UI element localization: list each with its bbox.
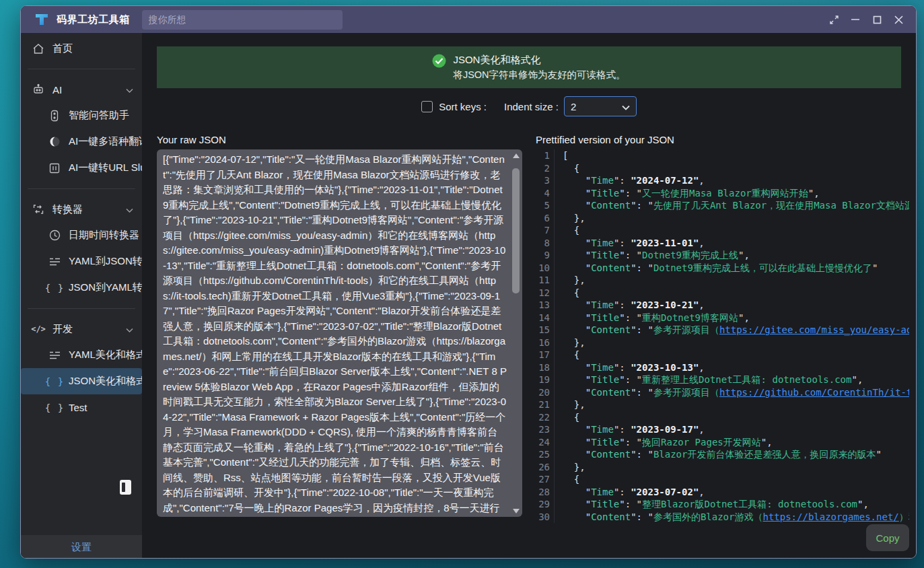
indent-size-select[interactable]: 2 <box>564 96 637 116</box>
code-line: 11 }, <box>536 274 909 287</box>
indent-size-label: Indent size : <box>504 101 559 112</box>
app-logo-icon <box>33 11 50 28</box>
pretty-json-label: Prettified version of your JSON <box>536 134 909 145</box>
code-icon: </> <box>32 324 45 334</box>
tool-subtitle: 将JSON字符串修饰为友好的可读格式。 <box>453 68 625 82</box>
success-check-icon <box>432 54 446 82</box>
search-input[interactable] <box>149 14 336 25</box>
code-line: 19 "Title": "重新整理上线Dotnet工具箱: dotnetools… <box>536 374 909 386</box>
braces-icon: { } <box>48 402 61 413</box>
raw-json-editor[interactable]: [{"Time":"2024-07-12","Title":"又一轮使用Masa… <box>157 149 522 517</box>
chevron-down-icon <box>126 204 133 215</box>
code-line: 17 { <box>536 349 909 361</box>
code-line: 20 "Content": "参考开源项目（https://github.com… <box>536 386 909 399</box>
sidebar-item-yaml-to-json[interactable]: YAML到JSON转换 <box>21 248 142 275</box>
code-line: 26 }, <box>536 461 909 474</box>
sidebar-group-converters[interactable]: 转换器 <box>21 197 142 222</box>
scrollbar[interactable] <box>511 151 521 516</box>
scroll-down-icon[interactable] <box>511 506 521 516</box>
options-row: Sort keys : Indent size : 2 <box>142 96 916 116</box>
code-line: 2 { <box>536 162 909 175</box>
moon-icon <box>48 136 61 147</box>
code-line: 9 "Title": "Dotnet9重构完成上线", <box>536 249 909 262</box>
scrollbar-thumb[interactable] <box>512 168 520 293</box>
copy-button[interactable]: Copy <box>866 524 909 551</box>
sidebar: 首页 AI 智能问答助手 <box>21 33 142 559</box>
sidebar-item-yaml-prettify[interactable]: YAML美化和格式化 <box>21 342 142 368</box>
code-line: 1[ <box>536 149 909 162</box>
main-content: JSON美化和格式化 将JSON字符串修饰为友好的可读格式。 Sort keys… <box>142 33 916 559</box>
code-line: 10 "Content": "Dotnet9重构完成上线，可以在此基础上慢慢优化… <box>536 262 909 275</box>
pretty-json-view[interactable]: 1[2 {3 "Time": "2024-07-12",4 "Title": "… <box>536 149 909 524</box>
list-icon <box>48 351 61 360</box>
sidebar-item-url-slug[interactable]: AI一键转URL Slug <box>21 155 142 181</box>
code-line: 12 { <box>536 287 909 299</box>
app-window: 码界工坊工具箱 首页 <box>20 5 917 559</box>
sidebar-item-json-to-yaml[interactable]: { } JSON到YAML转换 <box>21 275 142 301</box>
settings-link[interactable]: 设置 <box>71 541 92 554</box>
sidebar-collapse-icon[interactable] <box>120 480 131 495</box>
list-icon <box>48 257 61 267</box>
code-line: 25 "Content": "Blazor开发前台体验还是差强人意，换回原来的版… <box>536 448 909 461</box>
divider <box>28 308 135 309</box>
titlebar: 码界工坊工具箱 <box>21 6 916 33</box>
robot-icon <box>32 83 45 96</box>
chevron-down-icon <box>126 84 133 96</box>
sidebar-item-qa-assistant[interactable]: 智能问答助手 <box>21 102 142 129</box>
code-line: 28 "Time": "2023-07-02", <box>536 486 909 499</box>
code-line: 27 { <box>536 473 909 486</box>
code-line: 7 { <box>536 224 909 237</box>
sidebar-group-ai[interactable]: AI <box>21 77 142 102</box>
tool-title: JSON美化和格式化 <box>453 52 625 67</box>
code-line: 14 "Title": "重构Dotnet9博客网站", <box>536 312 909 324</box>
code-line: 13 "Time": "2023-10-21", <box>536 299 909 312</box>
code-line: 30 "Content": "参考国外的Blazor游戏（https://bla… <box>536 511 909 524</box>
expand-icon[interactable] <box>823 10 845 29</box>
code-line: 22 { <box>536 411 909 424</box>
scroll-up-icon[interactable] <box>511 151 521 160</box>
app-title: 码界工坊工具箱 <box>57 13 130 26</box>
chevron-down-icon <box>126 324 133 335</box>
code-line: 3 "Time": "2024-07-12", <box>536 174 909 187</box>
close-button[interactable] <box>888 10 909 29</box>
sidebar-item-json-prettify[interactable]: { } JSON美化和格式化 <box>21 368 142 394</box>
code-line: 23 "Time": "2023-09-17", <box>536 423 909 436</box>
assistant-icon <box>48 110 61 122</box>
sort-keys-checkbox[interactable] <box>421 101 433 112</box>
home-icon <box>32 43 45 55</box>
search-box[interactable] <box>142 10 343 30</box>
code-line: 15 "Content": "参考开源项目（https://gitee.com/… <box>536 324 909 336</box>
code-line: 6 }, <box>536 212 909 225</box>
code-line: 29 "Title": "整理Blazor版Dotnet工具箱: dotneto… <box>536 498 909 511</box>
code-line: 4 "Title": "又一轮使用Masa Blazor重构网站开始", <box>536 187 909 200</box>
maximize-button[interactable] <box>866 10 888 29</box>
clock-icon <box>48 229 61 241</box>
divider <box>28 69 135 69</box>
raw-json-label: Your raw JSON <box>157 134 522 145</box>
code-line: 8 "Time": "2023-11-01", <box>536 237 909 250</box>
slug-icon <box>48 163 61 174</box>
code-line: 18 "Time": "2023-10-13", <box>536 361 909 374</box>
sidebar-item-home[interactable]: 首页 <box>21 36 142 61</box>
sidebar-group-dev[interactable]: </> 开发 <box>21 316 142 342</box>
braces-icon: { } <box>48 376 61 387</box>
sidebar-footer: 设置 <box>21 535 142 559</box>
sidebar-item-datetime-converter[interactable]: 日期时间转换器 <box>21 222 142 248</box>
code-line: 24 "Title": "挽回Razor Pages开发网站", <box>536 436 909 449</box>
sidebar-item-test[interactable]: { } Test <box>21 394 142 421</box>
code-line: 16 }, <box>536 336 909 349</box>
converter-icon <box>32 204 45 215</box>
braces-icon: { } <box>48 283 61 293</box>
chevron-down-icon <box>622 101 630 112</box>
raw-json-text[interactable]: [{"Time":"2024-07-12","Title":"又一轮使用Masa… <box>163 152 507 514</box>
sort-keys-label: Sort keys : <box>439 101 487 112</box>
divider <box>28 188 135 189</box>
code-line: 21 }, <box>536 398 909 411</box>
code-line: 5 "Content": "先使用了几天Ant Blazor，现在使用Masa … <box>536 199 909 212</box>
minimize-button[interactable] <box>845 10 866 29</box>
tool-banner: JSON美化和格式化 将JSON字符串修饰为友好的可读格式。 <box>157 46 901 88</box>
sidebar-item-ai-translate[interactable]: AI一键多语种翻译 <box>21 129 142 155</box>
code-lines: 1[2 {3 "Time": "2024-07-12",4 "Title": "… <box>536 149 909 523</box>
